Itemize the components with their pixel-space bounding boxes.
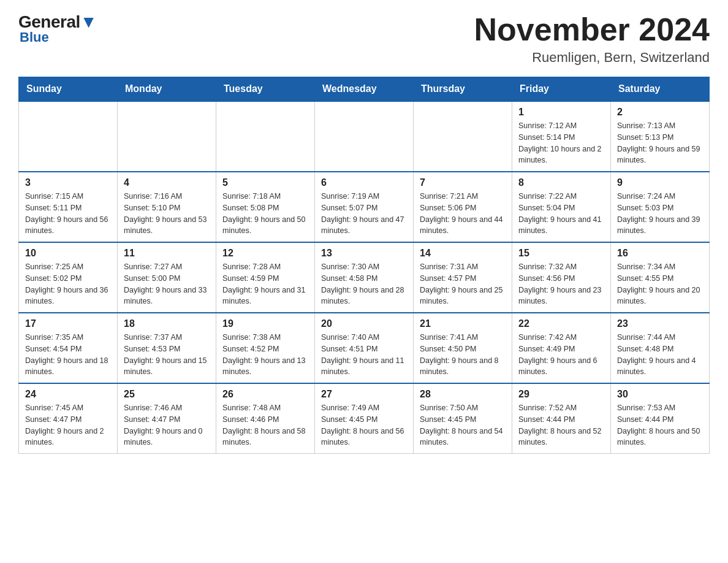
calendar-cell: 8Sunrise: 7:22 AMSunset: 5:04 PMDaylight… [512, 172, 611, 242]
title-block: November 2024 Ruemligen, Bern, Switzerla… [474, 12, 710, 66]
sunrise-label: Sunrise: 7:16 AM [124, 192, 182, 201]
calendar-cell: 15Sunrise: 7:32 AMSunset: 4:56 PMDayligh… [512, 242, 611, 313]
sunset-label: Sunset: 4:53 PM [124, 345, 180, 353]
day-info: Sunrise: 7:27 AMSunset: 5:00 PMDaylight:… [124, 261, 210, 307]
sunrise-label: Sunrise: 7:46 AM [124, 404, 182, 412]
day-info: Sunrise: 7:19 AMSunset: 5:07 PMDaylight:… [321, 191, 407, 237]
calendar-cell [19, 101, 118, 172]
sunrise-label: Sunrise: 7:41 AM [420, 333, 478, 342]
day-number: 1 [518, 107, 604, 118]
sunrise-label: Sunrise: 7:42 AM [518, 333, 577, 342]
day-number: 17 [25, 318, 111, 329]
week-row-1: 1Sunrise: 7:12 AMSunset: 5:14 PMDaylight… [19, 101, 710, 172]
col-header-wednesday: Wednesday [315, 77, 414, 102]
day-info: Sunrise: 7:31 AMSunset: 4:57 PMDaylight:… [420, 261, 506, 307]
day-number: 29 [518, 389, 604, 400]
calendar-table: SundayMondayTuesdayWednesdayThursdayFrid… [18, 77, 710, 454]
calendar-cell: 6Sunrise: 7:19 AMSunset: 5:07 PMDaylight… [315, 172, 414, 242]
sunset-label: Sunset: 4:56 PM [518, 274, 575, 283]
sunrise-label: Sunrise: 7:31 AM [420, 262, 478, 271]
day-info: Sunrise: 7:15 AMSunset: 5:11 PMDaylight:… [25, 191, 111, 237]
calendar-cell: 13Sunrise: 7:30 AMSunset: 4:58 PMDayligh… [315, 242, 414, 313]
calendar-cell: 27Sunrise: 7:49 AMSunset: 4:45 PMDayligh… [315, 383, 414, 454]
day-info: Sunrise: 7:48 AMSunset: 4:46 PMDaylight:… [222, 402, 308, 448]
logo-triangle-icon: ▼ [80, 12, 97, 31]
day-number: 18 [124, 318, 210, 329]
sunrise-label: Sunrise: 7:24 AM [617, 192, 675, 201]
sunset-label: Sunset: 5:04 PM [518, 204, 575, 212]
sunrise-label: Sunrise: 7:30 AM [321, 262, 379, 271]
sunrise-label: Sunrise: 7:49 AM [321, 404, 379, 412]
daylight-label: Daylight: 9 hours and 25 minutes. [420, 286, 503, 306]
sunset-label: Sunset: 4:52 PM [222, 345, 279, 353]
calendar-cell: 11Sunrise: 7:27 AMSunset: 5:00 PMDayligh… [118, 242, 216, 313]
sunset-label: Sunset: 5:13 PM [617, 133, 673, 142]
calendar-cell: 2Sunrise: 7:13 AMSunset: 5:13 PMDaylight… [611, 101, 710, 172]
day-number: 15 [518, 248, 604, 259]
week-row-4: 17Sunrise: 7:35 AMSunset: 4:54 PMDayligh… [19, 313, 710, 383]
daylight-label: Daylight: 9 hours and 13 minutes. [222, 356, 306, 377]
daylight-label: Daylight: 8 hours and 54 minutes. [420, 427, 503, 447]
daylight-label: Daylight: 9 hours and 53 minutes. [124, 215, 207, 236]
daylight-label: Daylight: 9 hours and 4 minutes. [617, 356, 696, 377]
daylight-label: Daylight: 9 hours and 59 minutes. [617, 145, 700, 165]
sunset-label: Sunset: 5:00 PM [124, 274, 180, 283]
sunrise-label: Sunrise: 7:53 AM [617, 404, 675, 412]
daylight-label: Daylight: 9 hours and 41 minutes. [518, 215, 602, 236]
sunset-label: Sunset: 5:14 PM [518, 133, 575, 142]
page-header: General▼ Blue November 2024 Ruemligen, B… [18, 12, 710, 66]
daylight-label: Daylight: 9 hours and 2 minutes. [25, 427, 104, 447]
sunrise-label: Sunrise: 7:34 AM [617, 262, 675, 271]
day-number: 19 [222, 318, 308, 329]
calendar-cell: 5Sunrise: 7:18 AMSunset: 5:08 PMDaylight… [216, 172, 315, 242]
sunset-label: Sunset: 4:57 PM [420, 274, 476, 283]
sunrise-label: Sunrise: 7:21 AM [420, 192, 478, 201]
day-info: Sunrise: 7:45 AMSunset: 4:47 PMDaylight:… [25, 402, 111, 448]
day-number: 13 [321, 248, 407, 259]
calendar-cell: 10Sunrise: 7:25 AMSunset: 5:02 PMDayligh… [19, 242, 118, 313]
sunrise-label: Sunrise: 7:44 AM [617, 333, 675, 342]
day-info: Sunrise: 7:53 AMSunset: 4:44 PMDaylight:… [617, 402, 703, 448]
day-number: 26 [222, 389, 308, 400]
logo: General▼ Blue [18, 12, 97, 45]
sunset-label: Sunset: 5:08 PM [222, 204, 279, 212]
sunset-label: Sunset: 4:47 PM [124, 415, 180, 424]
day-number: 27 [321, 389, 407, 400]
daylight-label: Daylight: 9 hours and 36 minutes. [25, 286, 108, 306]
calendar-cell: 1Sunrise: 7:12 AMSunset: 5:14 PMDaylight… [512, 101, 611, 172]
page-title: November 2024 [474, 12, 710, 47]
col-header-monday: Monday [118, 77, 216, 102]
calendar-cell: 20Sunrise: 7:40 AMSunset: 4:51 PMDayligh… [315, 313, 414, 383]
sunrise-label: Sunrise: 7:35 AM [25, 333, 83, 342]
sunrise-label: Sunrise: 7:19 AM [321, 192, 379, 201]
day-number: 7 [420, 177, 506, 188]
day-info: Sunrise: 7:52 AMSunset: 4:44 PMDaylight:… [518, 402, 604, 448]
day-number: 2 [617, 107, 703, 118]
day-number: 4 [124, 177, 210, 188]
calendar-cell: 19Sunrise: 7:38 AMSunset: 4:52 PMDayligh… [216, 313, 315, 383]
calendar-cell: 4Sunrise: 7:16 AMSunset: 5:10 PMDaylight… [118, 172, 216, 242]
sunrise-label: Sunrise: 7:18 AM [222, 192, 281, 201]
calendar-cell: 28Sunrise: 7:50 AMSunset: 4:45 PMDayligh… [414, 383, 512, 454]
calendar-cell: 26Sunrise: 7:48 AMSunset: 4:46 PMDayligh… [216, 383, 315, 454]
daylight-label: Daylight: 9 hours and 8 minutes. [420, 356, 499, 377]
daylight-label: Daylight: 8 hours and 58 minutes. [222, 427, 306, 447]
day-info: Sunrise: 7:34 AMSunset: 4:55 PMDaylight:… [617, 261, 703, 307]
sunrise-label: Sunrise: 7:15 AM [25, 192, 83, 201]
day-number: 6 [321, 177, 407, 188]
daylight-label: Daylight: 9 hours and 6 minutes. [518, 356, 597, 377]
calendar-cell: 3Sunrise: 7:15 AMSunset: 5:11 PMDaylight… [19, 172, 118, 242]
day-info: Sunrise: 7:12 AMSunset: 5:14 PMDaylight:… [518, 120, 604, 166]
sunrise-label: Sunrise: 7:37 AM [124, 333, 182, 342]
sunrise-label: Sunrise: 7:13 AM [617, 121, 675, 130]
calendar-cell: 14Sunrise: 7:31 AMSunset: 4:57 PMDayligh… [414, 242, 512, 313]
daylight-label: Daylight: 9 hours and 28 minutes. [321, 286, 404, 306]
sunset-label: Sunset: 4:48 PM [617, 345, 673, 353]
week-row-2: 3Sunrise: 7:15 AMSunset: 5:11 PMDaylight… [19, 172, 710, 242]
daylight-label: Daylight: 9 hours and 47 minutes. [321, 215, 404, 236]
daylight-label: Daylight: 9 hours and 23 minutes. [518, 286, 602, 306]
day-info: Sunrise: 7:18 AMSunset: 5:08 PMDaylight:… [222, 191, 308, 237]
calendar-cell: 17Sunrise: 7:35 AMSunset: 4:54 PMDayligh… [19, 313, 118, 383]
day-info: Sunrise: 7:46 AMSunset: 4:47 PMDaylight:… [124, 402, 210, 448]
sunrise-label: Sunrise: 7:48 AM [222, 404, 281, 412]
